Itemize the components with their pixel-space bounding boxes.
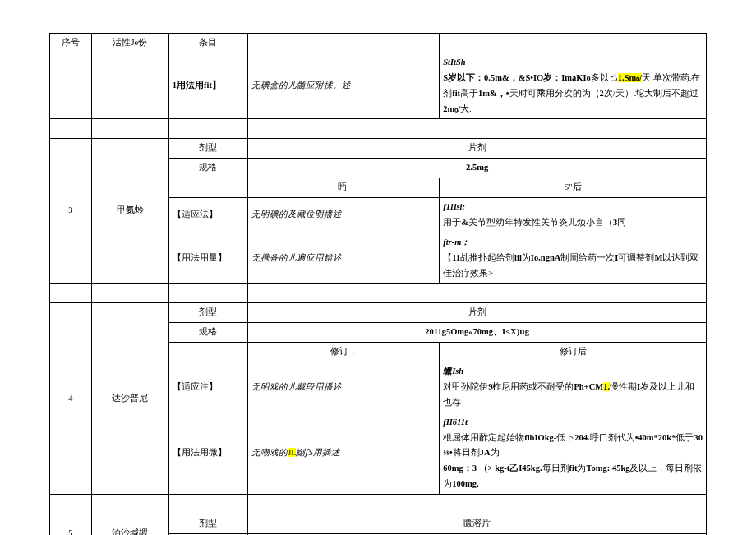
indication-after: f11isi: 用于&关节型幼年特发性关节炎儿烦小言（3同 bbox=[440, 198, 707, 233]
active-cell: 甲氨蛉 bbox=[91, 139, 168, 284]
usage-after: ftr-m： 【11乩推扑起给剂lil为Io,ngnA制周给药一次I可调整剂M以… bbox=[440, 233, 707, 284]
item-cell: 1用法用fit】 bbox=[168, 53, 247, 119]
seq-cell: 5 bbox=[50, 514, 92, 535]
seq-cell: 4 bbox=[50, 303, 92, 495]
usage-before: 无嘲戏的JI.鯯ʃS用插述 bbox=[248, 413, 440, 494]
split-before: 眄. bbox=[248, 178, 440, 198]
split-before: 修订， bbox=[248, 343, 440, 362]
indication-after: 蠟Ish 对甲孙陀伊9柞尼用药或不耐受的Ph+CM1.慢性期I岁及以上儿和也存 bbox=[440, 362, 707, 413]
col-after bbox=[440, 34, 707, 53]
spec-value: 2.5mg bbox=[248, 159, 707, 178]
spec-label: 规格 bbox=[168, 159, 247, 178]
table-row: 4 达沙普尼 剂型 片剂 bbox=[50, 303, 707, 323]
col-before bbox=[248, 34, 440, 53]
col-item: 条目 bbox=[168, 34, 247, 53]
usage-after: fH611t 根屈体用酢定起始物fibIOkg-低卜204.呼口剂代为•40m*… bbox=[440, 413, 707, 494]
usage-label: 【用法用量】 bbox=[168, 233, 247, 284]
spec-value: 2011g5Omg«70mg、I<X)ιιg bbox=[248, 323, 707, 343]
type-value: 片剂 bbox=[248, 303, 707, 323]
type-label: 剂型 bbox=[168, 303, 247, 323]
type-value: 片剂 bbox=[248, 139, 707, 159]
seq-cell: 3 bbox=[50, 139, 92, 284]
col-seq: 序号 bbox=[50, 34, 92, 53]
col-active: 活性Je份 bbox=[91, 34, 168, 53]
indication-label: 【适应注】 bbox=[168, 362, 247, 413]
after-cell: StItSh S岁以下：0.5m&，&S•IO岁：ImaKIo多以匕1.Sm₀/… bbox=[440, 53, 707, 119]
active-cell: 泊沙堿嘏 bbox=[91, 514, 168, 535]
table-row bbox=[50, 119, 707, 139]
active-cell: 达沙普尼 bbox=[91, 303, 168, 495]
table-row bbox=[50, 284, 707, 303]
usage-before: 无携备的儿遍应用错述 bbox=[248, 233, 440, 284]
indication-before: 无明碘的及藏位明播述 bbox=[248, 198, 440, 233]
type-value: 匱溶片 bbox=[248, 514, 707, 534]
before-cell: 无碘盒的儿髓应附揉。述 bbox=[248, 53, 440, 119]
indication-before: 无明戏的儿戴段用播述 bbox=[248, 362, 440, 413]
indication-label: 【适应法】 bbox=[168, 198, 247, 233]
header-row: 序号 活性Je份 条目 bbox=[50, 34, 707, 53]
type-label: 剂型 bbox=[168, 514, 247, 534]
table-row: 5 泊沙堿嘏 剂型 匱溶片 bbox=[50, 514, 707, 534]
usage-label: 【用法用微】 bbox=[168, 413, 247, 494]
spec-label: 规格 bbox=[168, 323, 247, 343]
table-row: 1用法用fit】 无碘盒的儿髓应附揉。述 StItSh S岁以下：0.5m&，&… bbox=[50, 53, 707, 119]
split-after: S"后 bbox=[440, 178, 707, 198]
data-table: 序号 活性Je份 条目 1用法用fit】 无碘盒的儿髓应附揉。述 StItSh … bbox=[49, 33, 707, 535]
split-after: 修订后 bbox=[440, 343, 707, 362]
type-label: 剂型 bbox=[168, 139, 247, 159]
table-row: 3 甲氨蛉 剂型 片剂 bbox=[50, 139, 707, 159]
table-row bbox=[50, 495, 707, 514]
